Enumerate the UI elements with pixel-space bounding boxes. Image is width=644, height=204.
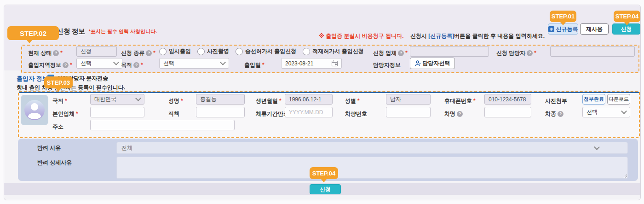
manager-info-label: 담당자정보 bbox=[373, 60, 401, 70]
stay-expire-label: 체류기간만료 bbox=[256, 109, 289, 119]
radio-icon bbox=[197, 48, 205, 55]
radio-temporary-entry[interactable]: 임시출입 bbox=[159, 47, 191, 55]
address-input[interactable] bbox=[90, 120, 235, 130]
content-card: 출입증 신청 정보 *표시는 필수 입력 사항입니다. ※ 출입증 분실시 비용… bbox=[4, 5, 641, 200]
nationality-label: 국적* bbox=[52, 96, 67, 106]
stay-expire-input[interactable] bbox=[285, 107, 333, 117]
radio-boarding-permit[interactable]: 승선허가서 출입신청 bbox=[236, 47, 296, 55]
access-date-label: 출입일* bbox=[244, 60, 264, 70]
person-icon bbox=[415, 60, 421, 66]
radio-photo-shoot[interactable]: 사진촬영 bbox=[197, 47, 229, 55]
birth-label: 생년월일* bbox=[256, 96, 282, 106]
radio-icon bbox=[159, 48, 167, 55]
calendar-icon[interactable] bbox=[332, 60, 338, 66]
access-area-select[interactable]: 선택 bbox=[76, 58, 122, 69]
access-date-input[interactable]: 2023-08-21 bbox=[281, 58, 342, 69]
vehicle-type-label: 차종? bbox=[545, 109, 564, 119]
vehicle-name-label: 차명? bbox=[444, 109, 463, 119]
apply-manager-label: 신청 담당자?* bbox=[496, 48, 536, 58]
help-icon[interactable]: ? bbox=[457, 111, 463, 117]
apply-type-label: 신청 종류?* bbox=[121, 48, 155, 58]
required-note: *표시는 필수 입력 사항입니다. bbox=[89, 28, 157, 35]
help-icon[interactable]: ? bbox=[558, 111, 564, 117]
apply-manager-field[interactable] bbox=[550, 46, 635, 57]
phone-label: 휴대폰번호* bbox=[444, 96, 476, 106]
access-area-label: 출입지역정보?* bbox=[28, 60, 72, 70]
reuse-button[interactable]: 재사용 bbox=[580, 23, 609, 35]
chevron-down-icon bbox=[594, 144, 600, 150]
apply-bottom-label: 신청 bbox=[320, 186, 331, 193]
chevron-down-icon bbox=[113, 59, 119, 65]
reject-reason-select[interactable]: 전체 bbox=[116, 142, 628, 154]
position-input[interactable] bbox=[196, 107, 245, 117]
apply-type-radio-group: 임시출입 사진촬영 승선허가서 출입신청 적재허가서 출입신청 bbox=[159, 46, 364, 57]
photo-attached-button[interactable]: 첨부완료 bbox=[582, 94, 605, 105]
step-02-badge: STEP.02 bbox=[7, 26, 59, 40]
chevron-down-icon bbox=[135, 95, 141, 101]
own-company-text[interactable] bbox=[94, 109, 140, 116]
step-01-badge: STEP.01 bbox=[550, 11, 576, 22]
chevron-down-icon bbox=[621, 108, 627, 114]
vehicle-name-input[interactable] bbox=[484, 107, 531, 117]
stay-expire-text[interactable] bbox=[289, 109, 328, 116]
position-label: 직책 bbox=[168, 109, 179, 119]
apply-button-bottom[interactable]: 신청 bbox=[310, 184, 341, 194]
new-register-icon bbox=[548, 26, 554, 32]
instruction-prefix: 신청시 bbox=[410, 33, 428, 39]
position-text[interactable] bbox=[200, 109, 241, 116]
apply-company-field[interactable] bbox=[410, 46, 489, 57]
apply-company-label: 신청 업체?* bbox=[373, 48, 408, 58]
name-field: 홍길동 bbox=[196, 94, 245, 105]
manager-select-button[interactable]: 담당자선택 bbox=[410, 58, 455, 69]
help-icon[interactable]: ? bbox=[133, 62, 139, 68]
help-icon[interactable]: ? bbox=[527, 50, 533, 56]
reject-detail-label: 반려 상세사유 bbox=[37, 157, 72, 168]
reject-reason-label: 반려 사유 bbox=[37, 143, 61, 153]
help-icon[interactable]: ? bbox=[53, 50, 59, 56]
address-label: 주소 bbox=[52, 122, 63, 132]
help-icon[interactable]: ? bbox=[146, 50, 152, 56]
manager-select-label: 담당자선택 bbox=[423, 59, 450, 67]
page-canvas: 출입증 신청 정보 *표시는 필수 입력 사항입니다. ※ 출입증 분실시 비용… bbox=[0, 0, 644, 204]
vehicle-type-select[interactable]: 선택 bbox=[582, 107, 630, 117]
instruction-link: [신규등록] bbox=[428, 33, 454, 39]
instruction-suffix: 버튼을 클릭한 후 내용을 입력하세요. bbox=[454, 33, 545, 39]
name-label: 성명* bbox=[168, 96, 183, 106]
reject-detail-textarea[interactable] bbox=[116, 157, 628, 179]
visitor-section-title: 출입자 정보 bbox=[17, 74, 48, 84]
vehicle-no-label: 차량번호 bbox=[345, 109, 367, 119]
birth-field: 1996.06.12-1 bbox=[285, 94, 333, 105]
loss-warning-text: ※ 출입증 분실시 비용청구 됩니다. bbox=[319, 33, 403, 39]
help-icon[interactable]: ? bbox=[63, 62, 69, 68]
vehicle-no-input[interactable] bbox=[386, 107, 431, 117]
radio-loading-permit[interactable]: 적재허가서 출입신청 bbox=[303, 47, 363, 55]
current-status-label: 현재 상태?* bbox=[28, 48, 63, 58]
help-icon[interactable]: ? bbox=[398, 50, 404, 56]
photo-placeholder bbox=[21, 95, 48, 125]
step-04-badge-top: STEP.04 bbox=[614, 11, 640, 22]
photo-download-button[interactable]: 다운로드 bbox=[607, 94, 630, 105]
step-03-badge: STEP.03 bbox=[44, 76, 73, 88]
radio-icon bbox=[236, 48, 243, 55]
vehicle-name-text[interactable] bbox=[489, 109, 527, 116]
current-status-field: 신청 bbox=[76, 46, 117, 57]
apply-top-label: 신청 bbox=[621, 25, 632, 33]
vehicle-no-text[interactable] bbox=[390, 109, 426, 116]
gender-label: 성별* bbox=[345, 96, 360, 106]
purpose-label: 목적?* bbox=[121, 60, 143, 70]
step-04-badge-bottom: STEP.04 bbox=[310, 167, 338, 179]
new-register-label: 신규등록 bbox=[556, 25, 578, 33]
own-company-label: 본인업체* bbox=[52, 109, 78, 119]
reuse-label: 재사용 bbox=[586, 25, 603, 33]
section-divider bbox=[19, 92, 639, 93]
chevron-down-icon bbox=[220, 59, 226, 65]
photo-attach-label: 사진첨부 bbox=[545, 96, 567, 106]
radio-icon bbox=[303, 48, 310, 55]
own-company-input[interactable] bbox=[90, 107, 144, 117]
nationality-select[interactable]: 대한민국 bbox=[90, 94, 144, 105]
purpose-select[interactable]: 선택 bbox=[159, 58, 229, 69]
phone-field: 010-1234-5678 bbox=[484, 94, 531, 105]
address-text[interactable] bbox=[94, 122, 230, 128]
gender-field: 남자 bbox=[386, 94, 431, 105]
